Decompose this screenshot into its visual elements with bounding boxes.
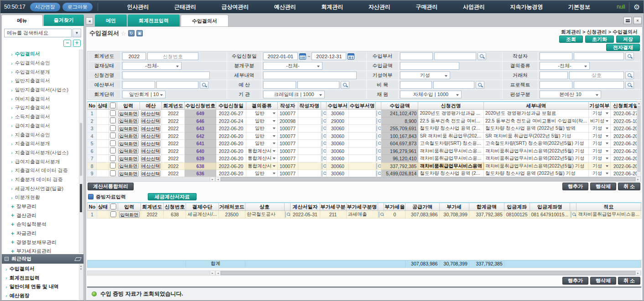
close-tab-button[interactable]: × [634,17,642,24]
recent-work-item[interactable]: › 수입결의서 [5,265,82,274]
top-menu-item[interactable]: 구매관리 [416,3,438,11]
decision-type-cell-select[interactable]: 일반 [246,125,278,133]
writer-code-input[interactable] [540,52,572,60]
budget-select-button[interactable]: 예산선택 [141,110,161,117]
budget-select-button[interactable]: 예산선택 [141,125,161,132]
cell-title[interactable]: 22.5 동부건축 전도금 여비... [418,117,484,125]
cell-title[interactable]: 객차비품취급업무서비스용... [418,147,484,155]
giseong-cell-select[interactable]: 비기성 [588,117,610,125]
delete-row-button[interactable]: 행삭제 [590,183,616,190]
decision-type-cell-select[interactable]: 통합계산서 [246,162,278,170]
reset-button[interactable]: 초기화 [585,36,614,43]
menu-search-input[interactable]: 메뉴를 검색하세요 [4,29,72,37]
input-screen-button[interactable]: 입력화면 [118,133,139,139]
income-dept-name-input[interactable] [434,52,476,60]
input-screen-button[interactable]: 입력화면 [118,140,139,147]
search-icon[interactable] [322,125,322,132]
tree-scrollbar-thumb-dark[interactable] [80,184,82,212]
row-checkbox[interactable] [110,140,116,146]
input-screen-button[interactable]: 입력화면 [119,211,140,218]
input-screen-button[interactable]: 입력화면 [118,148,139,154]
detail-input[interactable] [263,71,357,79]
recent-work-item[interactable]: › 예산원장 [5,291,82,301]
grid1-horizontal-scrollbar[interactable]: ▸ ◂ ▸ [87,177,641,182]
budget-select-button[interactable]: 예산선택 [141,170,161,177]
top-menu-item[interactable]: 기본정보 [568,3,590,11]
row-checkbox[interactable] [110,155,116,161]
scroll-right-icon[interactable]: ◂ [215,271,221,275]
table-row[interactable]: 6 입력화면 예산선택 2022 640 2022-06-20 통합계산서 [88,147,641,155]
decision-type-cell-select[interactable]: 일반 [246,140,278,148]
cancel-button[interactable]: 취 소 [618,277,640,285]
gear-icon[interactable]: ⚙ [629,2,644,12]
search-icon[interactable] [322,148,322,154]
table-row[interactable]: 4 입력화면 예산선택 2022 642 2022-06-20 일반 1 [88,132,641,140]
scrollbar-thumb[interactable] [221,177,635,181]
collapse-all-button[interactable]: − [63,40,71,47]
calendar-icon[interactable] [348,53,354,60]
tree-scrollbar-thumb[interactable] [80,123,82,176]
menu-tree-item[interactable]: › 지출분개 데이터 검증 [7,175,79,184]
giseong-select[interactable]: 기성 [400,71,450,79]
row-checkbox[interactable] [110,110,116,116]
query-button[interactable]: 조회 [559,36,583,43]
table-row[interactable]: 1 입력화면 2022 638 세금계산서/... 23500 한국철도공사 [88,211,641,219]
search-icon[interactable] [322,140,322,147]
calendar-icon[interactable] [299,53,306,60]
search-icon[interactable] [478,52,486,60]
search-icon[interactable] [376,163,377,169]
search-icon[interactable] [376,118,377,124]
grid2-horizontal-scrollbar[interactable]: ▸ ◂ ▸ [87,270,641,275]
row-checkbox[interactable] [110,170,116,176]
add-row-button[interactable]: 행추가 [562,277,588,285]
giseong-cell-select[interactable]: 기성 [588,155,610,163]
menu-tree-item[interactable]: › 구입지출결의서 [7,103,79,112]
scroll-left-icon[interactable]: ▸ [210,177,215,181]
row-checkbox[interactable] [110,125,116,131]
search-icon[interactable] [376,110,377,117]
budget-select-button[interactable]: 예산선택 [141,163,161,169]
cell-title[interactable]: 2020년도 경영평가성과급 ... [418,110,484,117]
tab-menu[interactable]: 메뉴 [1,15,43,26]
input-screen-button[interactable]: 입력화면 [118,163,139,169]
top-menu-item[interactable]: 회계관리 [322,3,343,11]
extend-time-button[interactable]: 시간연장 [30,3,60,11]
search-icon[interactable] [376,155,377,162]
cell-title[interactable]: 객차비품취급업무서비스용역 [418,162,484,170]
top-menu-item[interactable]: 예산관리 [274,3,296,11]
scrollbar-thumb[interactable] [638,106,640,172]
search-icon[interactable] [341,81,349,89]
scrollbar-thumb[interactable] [221,271,635,275]
decision-type-cell-select[interactable]: 일반 [246,170,278,177]
grid1-vertical-scrollbar[interactable]: ▲ [637,101,641,177]
search-icon[interactable] [200,81,208,89]
org-select[interactable]: 크레일테크 | 1000 [263,91,325,98]
cell-title[interactable]: 철도차량 청소사업 용역 (2... [418,125,484,133]
search-icon[interactable] [625,81,634,89]
search-icon[interactable] [571,211,571,218]
scroll-left-icon[interactable]: ▸ [210,271,215,275]
menu-tree-item[interactable]: › 급여지출결의서 [7,122,79,131]
budget-dept-code-input[interactable] [122,81,155,89]
menu-tree-item[interactable]: › 미분개현황 [7,193,79,202]
search-icon[interactable] [376,133,377,139]
account-unit-select[interactable]: 일반회계 | 10 [122,91,166,98]
menu-tree-item[interactable]: › 세금계산서연결(일괄) [7,184,79,193]
table-row[interactable]: 2 입력화면 예산선택 2022 646 2022-06-24 일반 2 [88,117,641,125]
cell-title[interactable]: 고속철도차량(SRT) 청소용... [418,140,484,148]
search-icon[interactable] [322,170,322,177]
search-icon[interactable] [379,211,379,218]
search-icon[interactable] [476,81,484,89]
save-button[interactable]: 저장 [616,36,640,43]
pyeonseong-select[interactable]: 본예산 10 [540,91,601,98]
menu-search-dropdown-button[interactable]: ▼ [73,29,81,37]
invoice-merge-button[interactable]: 계산서통합처리 [88,183,134,190]
scroll-up-icon[interactable]: ▲ [80,265,83,267]
row-checkbox[interactable] [110,148,116,153]
tab-income-decision[interactable]: 수입결의서 [181,15,229,26]
search-icon[interactable] [322,118,322,124]
menu-tree-item[interactable]: + 손익실적분석 [7,220,79,229]
expand-all-button[interactable]: + [73,40,81,47]
menu-tree-item[interactable]: › 수입결의서승인 [7,59,79,68]
cell-title[interactable]: 철도차량 청소사업 용역 (2... [418,170,484,177]
